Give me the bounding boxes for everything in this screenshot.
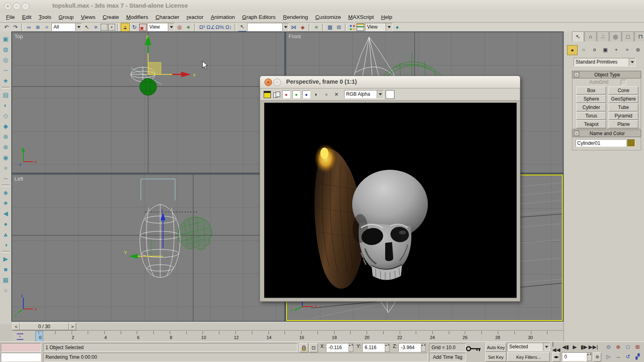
select-and-link-icon[interactable]: ∞ — [25, 23, 33, 31]
reactor-point-point-constraint-icon[interactable]: ● — [1, 219, 10, 229]
set-key-mode-icon[interactable] — [465, 344, 482, 355]
time-slider-handle[interactable]: 0 / 30 — [20, 323, 69, 330]
tab-display[interactable]: □ — [622, 31, 634, 41]
monochrome-channel-icon[interactable]: ◐ — [312, 90, 320, 99]
background-color-swatch[interactable] — [386, 90, 394, 99]
close-icon[interactable]: ✕ — [4, 2, 12, 10]
skull-front-wireframe[interactable] — [383, 53, 442, 76]
time-slider-next-button[interactable]: > — [69, 323, 76, 330]
reactor-soft-body-collection-icon[interactable]: ◎ — [1, 55, 10, 65]
chevron-down-icon[interactable] — [543, 343, 549, 351]
select-and-rotate-icon[interactable]: ↻ — [130, 23, 138, 31]
next-frame-icon[interactable]: ▮▶ — [580, 343, 588, 351]
tab-create[interactable]: ↖ — [572, 31, 584, 41]
field-of-view-icon[interactable]: ▷ — [605, 352, 613, 360]
menu-views[interactable]: Views — [77, 13, 99, 21]
category-cameras-icon[interactable]: ▣ — [601, 45, 610, 54]
time-slider-prev-button[interactable]: < — [12, 323, 20, 330]
reactor-motor-icon[interactable]: ◉ — [1, 152, 10, 162]
undo-icon[interactable]: ↶ — [2, 23, 10, 31]
named-selection-set-dropdown[interactable] — [247, 23, 289, 31]
auto-key-button[interactable]: Auto Key — [485, 343, 506, 352]
reactor-deforming-mesh-collection-icon[interactable]: ★ — [1, 76, 10, 86]
snap-toggle-icon[interactable]: Ω³ — [198, 23, 206, 31]
button-box[interactable]: Box — [576, 86, 606, 95]
min-max-toggle-icon[interactable]: ▞ — [634, 352, 642, 360]
rendered-frame-window[interactable]: ✕ ▫ Perspective, frame 0 (1:1) ●●●◐●✕ RG… — [260, 76, 520, 302]
zoom-all-icon[interactable]: ⊕ — [614, 343, 622, 351]
reference-coordinate-dropdown[interactable]: View — [147, 23, 175, 31]
button-cone[interactable]: Cone — [609, 86, 638, 95]
reactor-preview-animation-icon[interactable]: ▶ — [1, 254, 10, 264]
reactor-water-icon[interactable]: ∼ — [1, 173, 10, 183]
tab-modify[interactable]: ∩ — [584, 31, 597, 41]
save-bitmap-icon[interactable] — [264, 91, 271, 98]
category-systems-icon[interactable]: ⊛ — [633, 45, 643, 54]
pan-view-icon[interactable]: ↔ — [614, 352, 622, 360]
plane-helper-outline[interactable] — [141, 179, 175, 200]
menu-group[interactable]: Group — [55, 13, 78, 21]
clear-rendered-image-icon[interactable]: ✕ — [332, 90, 341, 99]
blue-channel-icon[interactable]: ● — [302, 90, 310, 99]
layer-manager-icon[interactable]: ≡ — [312, 23, 320, 31]
menu-edit[interactable]: Edit — [19, 13, 35, 21]
mirror-icon[interactable]: ⋈ — [290, 23, 298, 31]
category-lights-icon[interactable]: ¤ — [590, 45, 599, 54]
key-mode-dropdown[interactable]: Selected — [507, 343, 550, 351]
menu-create[interactable]: Create — [99, 13, 123, 21]
use-pivot-point-center-icon[interactable]: ◎ — [175, 23, 184, 31]
green-channel-icon[interactable]: ● — [292, 90, 300, 99]
angle-snap-icon[interactable]: Ω∠ — [207, 23, 215, 31]
viewport-top-label[interactable]: Top — [14, 33, 23, 39]
render-window-title-bar[interactable]: ✕ ▫ Perspective, frame 0 (1:1) — [260, 76, 520, 88]
select-and-move-icon[interactable] — [121, 23, 130, 32]
maximize-icon[interactable]: ▫ — [22, 2, 29, 10]
reactor-spring-icon[interactable]: ◆ — [1, 121, 10, 131]
clone-window-icon[interactable] — [273, 91, 280, 98]
curve-editor-icon[interactable]: ▦ — [326, 23, 334, 31]
bind-to-space-warp-icon[interactable]: ≈ — [43, 23, 51, 31]
x-coord-field[interactable]: -0.116 — [326, 343, 352, 352]
menu-customize[interactable]: Customize — [312, 13, 345, 21]
chevron-down-icon[interactable] — [168, 23, 174, 31]
key-filters-button[interactable]: Key Filters... — [507, 352, 550, 362]
move-gizmo[interactable]: y x — [145, 34, 196, 77]
select-and-manipulate-icon[interactable]: ∗ — [184, 23, 192, 31]
button-sphere[interactable]: Sphere — [576, 95, 606, 103]
close-icon[interactable]: ✕ — [264, 78, 272, 86]
reactor-cloth-collection-icon[interactable]: ◍ — [1, 44, 10, 54]
window-crossing-icon[interactable]: ● — [108, 24, 115, 31]
go-to-end-icon[interactable]: ▶▶| — [589, 343, 597, 351]
render-scene-icon[interactable] — [357, 23, 364, 31]
button-torus[interactable]: Torus — [576, 112, 606, 120]
menu-tools[interactable]: Tools — [35, 13, 55, 21]
tab-utilities[interactable]: ⊓ — [634, 31, 644, 41]
reactor-wind-icon[interactable]: ≈ — [1, 163, 10, 173]
selection-filter-dropdown[interactable]: All — [52, 23, 82, 31]
reactor-hinge-constraint-icon[interactable]: ◀ — [1, 208, 10, 218]
absolute-offset-toggle-icon[interactable]: ⊡ — [309, 343, 318, 352]
z-coord-field[interactable]: -3.964 — [398, 343, 424, 352]
frame-spinner[interactable]: ▲▼ — [587, 352, 592, 361]
chevron-down-icon[interactable] — [629, 58, 635, 66]
reactor-cloth-modifier-icon[interactable]: ▤ — [1, 90, 10, 100]
track-bar[interactable]: ↖ 02 46 810 1214 1618 2022 2426 2830 — [11, 330, 564, 342]
time-configuration-icon[interactable]: ⊚ — [593, 352, 601, 362]
tab-motion[interactable]: ◎ — [609, 31, 621, 41]
maxscript-mini-listener-white[interactable] — [1, 353, 41, 362]
reactor-create-animation-icon[interactable]: ■ — [1, 264, 10, 274]
viewport-top[interactable]: Top y x — [12, 32, 284, 173]
category-helpers-icon[interactable]: + — [611, 45, 621, 54]
tab-hierarchy[interactable]: ∴ — [597, 31, 609, 41]
reactor-rag-doll-constraint-icon[interactable]: ★ — [1, 198, 10, 208]
y-coord-field[interactable]: 6.116 — [362, 343, 388, 352]
category-geometry-icon[interactable]: ● — [567, 45, 578, 55]
chevron-down-icon[interactable] — [377, 90, 383, 98]
button-geosphere[interactable]: GeoSphere — [609, 95, 638, 103]
menu-file[interactable]: File — [2, 13, 19, 21]
red-channel-icon[interactable]: ● — [282, 90, 290, 99]
rectangular-selection-icon[interactable] — [101, 24, 107, 31]
object-name-field[interactable]: Cylinder01 — [576, 139, 626, 147]
set-key-button[interactable]: Set Key — [485, 352, 506, 362]
category-shapes-icon[interactable]: ○ — [579, 45, 588, 54]
